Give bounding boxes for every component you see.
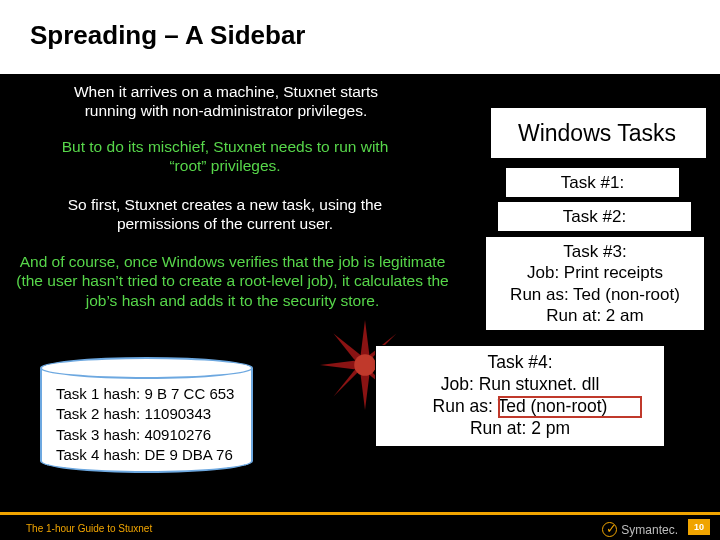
task-4-job: Job: Run stuxnet. dll — [388, 374, 652, 396]
symantec-check-icon: ✓ — [606, 521, 617, 536]
hash-1: Task 1 hash: 9 B 7 CC 653 — [56, 384, 237, 404]
symantec-logo: ✓ Symantec. — [602, 522, 678, 537]
hash-2: Task 2 hash: 11090343 — [56, 404, 237, 424]
page-number: 10 — [688, 519, 710, 535]
cylinder-top — [40, 357, 253, 379]
symantec-brand-text: Symantec. — [621, 523, 678, 537]
task-4-runas-label: Run as: — [433, 396, 498, 416]
cylinder-body: Task 1 hash: 9 B 7 CC 653 Task 2 hash: 1… — [40, 368, 253, 473]
slide-title: Spreading – A Sidebar — [30, 20, 305, 51]
task-card-3: Task #3: Job: Print receipts Run as: Ted… — [485, 236, 705, 331]
symantec-circle-icon: ✓ — [602, 522, 617, 537]
paragraph-1: When it arrives on a machine, Stuxnet st… — [46, 82, 406, 121]
task-card-1: Task #1: — [505, 167, 680, 198]
windows-tasks-heading: Windows Tasks — [502, 120, 692, 147]
task-4-title: Task #4: — [388, 352, 652, 374]
task-card-2: Task #2: — [497, 201, 692, 232]
paragraph-4: And of course, once Windows verifies tha… — [10, 252, 455, 310]
highlight-runas — [498, 396, 642, 418]
hash-4: Task 4 hash: DE 9 DBA 76 — [56, 445, 237, 465]
task-3-title: Task #3: — [496, 241, 694, 262]
footer-guide-title: The 1-hour Guide to Stuxnet — [26, 523, 152, 534]
footer-bar: The 1-hour Guide to Stuxnet ✓ Symantec. … — [0, 512, 720, 540]
task-2-title: Task #2: — [508, 206, 681, 227]
svg-point-8 — [354, 354, 376, 376]
task-3-runas: Run as: Ted (non-root) — [496, 284, 694, 305]
hash-3: Task 3 hash: 40910276 — [56, 425, 237, 445]
hash-store-cylinder: Task 1 hash: 9 B 7 CC 653 Task 2 hash: 1… — [40, 368, 255, 478]
task-4-runat: Run at: 2 pm — [388, 418, 652, 440]
task-3-runat: Run at: 2 am — [496, 305, 694, 326]
task-1-title: Task #1: — [516, 172, 669, 193]
paragraph-3: So first, Stuxnet creates a new task, us… — [60, 195, 390, 234]
paragraph-2: But to do its mischief, Stuxnet needs to… — [60, 137, 390, 176]
task-3-job: Job: Print receipts — [496, 262, 694, 283]
